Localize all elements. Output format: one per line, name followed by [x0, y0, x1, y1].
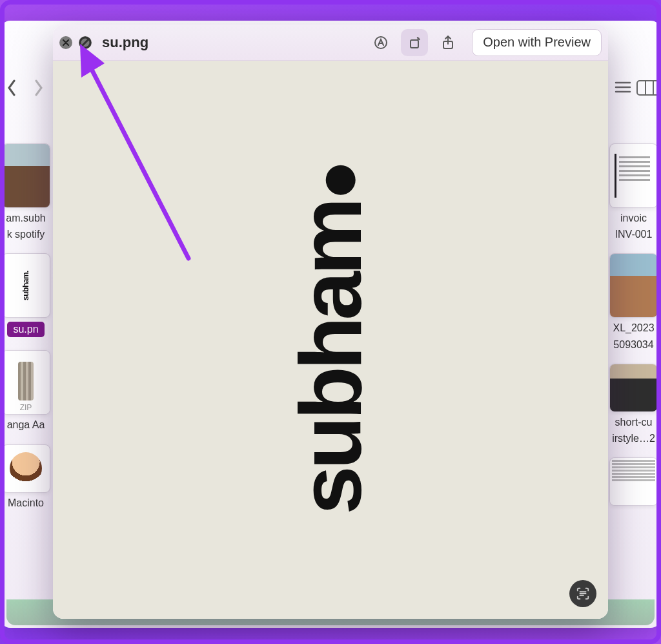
rotate-button[interactable] [401, 29, 428, 56]
preview-image-text: subham [298, 201, 363, 514]
quicklook-title: su.png [102, 34, 148, 51]
chevron-left-icon [6, 79, 17, 96]
disabled-circle-icon [79, 36, 92, 49]
finder-item[interactable]: ZIP anga Aa [2, 350, 50, 431]
rotate-icon [407, 35, 422, 50]
chevron-right-icon [34, 79, 44, 96]
thumbnail-memoji [10, 452, 42, 484]
thumbnail-document [615, 154, 652, 198]
quicklook-titlebar: su.png Open with Preview [53, 25, 608, 61]
share-icon [440, 35, 456, 50]
share-button[interactable] [434, 29, 462, 56]
finder-item-selected[interactable]: subham. su.pn [2, 253, 50, 337]
file-label: XL_2023 [613, 322, 654, 334]
file-label: 5093034 [613, 338, 653, 351]
finder-item[interactable]: am.subh k spotify [2, 143, 50, 240]
back-button[interactable] [1, 78, 22, 98]
markup-icon [373, 35, 389, 50]
close-icon [63, 39, 69, 46]
preview-image: subham [298, 165, 363, 514]
quicklook-window: su.png Open with Preview subham [53, 25, 608, 619]
thumbnail-image [610, 364, 657, 411]
file-label: anga Aa [7, 419, 45, 431]
finder-right-column: invoic INV-001 XL_2023 5093034 short-cu … [606, 143, 661, 519]
preview-image-dot [326, 165, 356, 194]
file-label: short-cu [615, 416, 653, 428]
thumbnail-image [610, 254, 657, 317]
finder-item[interactable]: short-cu irstyle…2 [609, 364, 658, 444]
markup-button[interactable] [367, 29, 394, 56]
file-label: am.subh [6, 212, 45, 224]
finder-item[interactable]: Macinto [2, 444, 50, 509]
forward-button[interactable] [28, 78, 49, 98]
selected-file-chip: su.pn [7, 322, 44, 337]
columns-view-icon[interactable] [636, 80, 661, 96]
file-label: k spotify [7, 228, 45, 240]
open-with-preview-button[interactable]: Open with Preview [472, 29, 602, 56]
live-text-button[interactable] [569, 580, 596, 607]
file-label: INV-001 [615, 228, 653, 240]
finder-item[interactable]: XL_2023 5093034 [609, 253, 658, 350]
file-label: invoic [620, 212, 647, 224]
thumbnail-image: subham. [21, 271, 30, 300]
file-label: Macinto [8, 497, 44, 509]
finder-item[interactable]: invoic INV-001 [609, 143, 658, 240]
close-button[interactable] [59, 36, 72, 49]
quicklook-content: subham [53, 61, 608, 619]
thumbnail-image [3, 144, 50, 207]
thumbnail-form [610, 458, 657, 505]
live-text-icon [576, 587, 590, 601]
list-icon[interactable] [613, 80, 633, 94]
finder-left-column: am.subh k spotify subham. su.pn ZIP anga… [0, 143, 52, 522]
svg-rect-2 [411, 40, 418, 48]
finder-item[interactable] [609, 457, 658, 506]
fullscreen-button[interactable] [79, 36, 92, 49]
thumbnail-zip: ZIP [3, 351, 50, 414]
file-label: irstyle…2 [612, 432, 655, 444]
